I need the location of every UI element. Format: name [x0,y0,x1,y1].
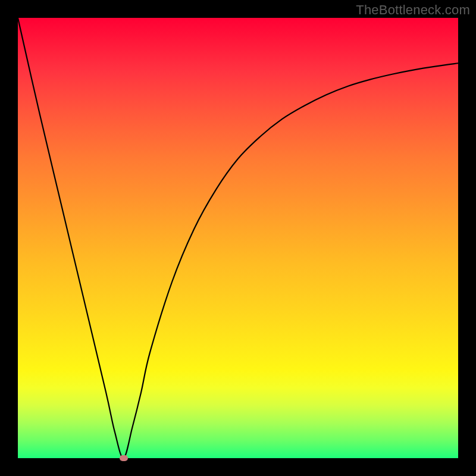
chart-frame: TheBottleneck.com [0,0,476,476]
watermark-text: TheBottleneck.com [356,2,470,18]
bottleneck-curve [18,18,458,458]
optimum-marker [120,455,128,461]
plot-area [18,18,458,458]
